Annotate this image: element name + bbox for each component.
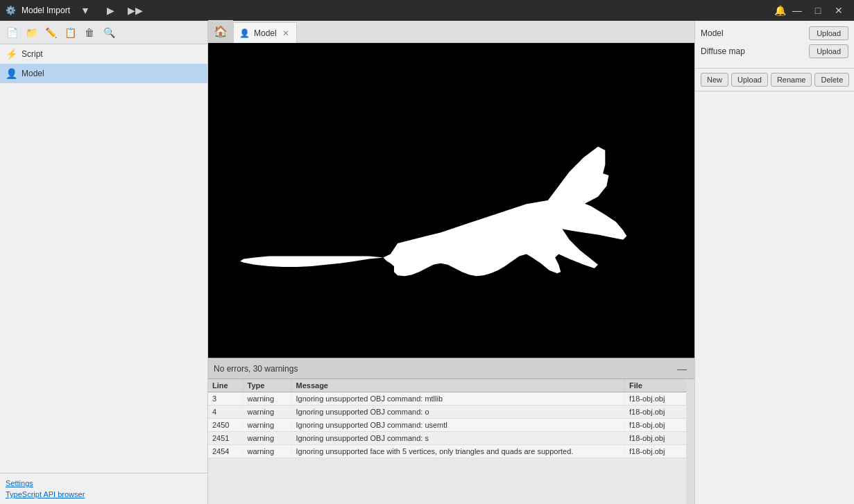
diffuse-upload-button[interactable]: Upload [809, 44, 848, 58]
model-icon: 👤 [6, 68, 17, 79]
log-title: No errors, 30 warnings [214, 364, 298, 374]
home-tab-button[interactable]: 🏠 [208, 20, 233, 42]
script-icon: ⚡ [6, 49, 17, 60]
3d-viewport[interactable] [208, 43, 694, 358]
minimize-button[interactable]: — [787, 3, 807, 17]
diffuse-map-row: Diffuse map Upload [701, 44, 848, 58]
log-table-body: 3warningIgnoring unsupported OBJ command… [208, 392, 694, 458]
title-bar-right: 🔔 — □ ✕ [774, 3, 848, 17]
rename-asset-button[interactable]: Rename [771, 73, 812, 87]
title-bar: ⚙️ Model Import ▼ ▶ ▶▶ 🔔 — □ ✕ [0, 0, 854, 21]
edit-button[interactable]: ✏️ [42, 24, 60, 42]
close-button[interactable]: ✕ [829, 3, 848, 17]
sidebar-item-script[interactable]: ⚡ Script [0, 44, 207, 64]
open-folder-button[interactable]: 📁 [22, 24, 40, 42]
col-message: Message [291, 379, 625, 392]
svg-rect-0 [219, 43, 684, 358]
log-cell-file: f18-obj.obj [625, 406, 694, 419]
log-table-header: Line Type Message File [208, 379, 694, 392]
model-section: Model Upload Diffuse map Upload [695, 21, 854, 69]
log-cell-file: f18-obj.obj [625, 432, 694, 445]
log-header-row: Line Type Message File [208, 379, 694, 392]
delete-button[interactable]: 🗑 [80, 24, 99, 42]
log-wrapper[interactable]: Line Type Message File 3warningIgnoring … [208, 379, 694, 504]
title-bar-left: ⚙️ Model Import ▼ ▶ ▶▶ [6, 3, 145, 17]
model-row: Model Upload [701, 26, 848, 40]
sidebar-footer: Settings TypeScript API browser [0, 473, 207, 504]
log-cell-type: warning [243, 419, 291, 432]
log-cell-file: f18-obj.obj [625, 445, 694, 458]
log-table-row: 2450warningIgnoring unsupported OBJ comm… [208, 419, 694, 432]
tab-model-icon: 👤 [239, 28, 250, 38]
search-button[interactable]: 🔍 [100, 24, 118, 42]
settings-link[interactable]: Settings [6, 479, 202, 487]
right-panel-toolbar: New Upload Rename Delete [695, 69, 854, 92]
log-table-row: 2454warningIgnoring unsupported face wit… [208, 445, 694, 458]
log-scrollbar[interactable] [686, 379, 694, 504]
log-cell-file: f18-obj.obj [625, 419, 694, 432]
tab-model-label: Model [254, 28, 277, 38]
sidebar-item-model[interactable]: 👤 Model [0, 64, 207, 83]
col-type: Type [243, 379, 291, 392]
tab-model[interactable]: 👤 Model ✕ [233, 22, 297, 43]
col-file: File [625, 379, 694, 392]
log-table-row: 4warningIgnoring unsupported OBJ command… [208, 406, 694, 419]
main-layout: 📄 📁 ✏️ 📋 🗑 🔍 ⚡ Script 👤 Model Settings T… [0, 21, 854, 504]
col-line: Line [208, 379, 243, 392]
log-cell-line: 2454 [208, 445, 243, 458]
log-cell-line: 2450 [208, 419, 243, 432]
log-cell-type: warning [243, 445, 291, 458]
copy-button[interactable]: 📋 [61, 24, 79, 42]
model-label: Model [701, 28, 724, 38]
content-area: 🏠 👤 Model ✕ [208, 21, 694, 504]
log-table: Line Type Message File 3warningIgnoring … [208, 379, 694, 458]
sidebar-toolbar: 📄 📁 ✏️ 📋 🗑 🔍 [0, 21, 207, 44]
log-cell-file: f18-obj.obj [625, 392, 694, 406]
sidebar: 📄 📁 ✏️ 📋 🗑 🔍 ⚡ Script 👤 Model Settings T… [0, 21, 208, 504]
typescript-api-link[interactable]: TypeScript API browser [6, 490, 202, 498]
title-bar-title: Model Import [22, 6, 70, 15]
viewport-container: No errors, 30 warnings — Line Type Messa… [208, 43, 694, 504]
viewport-svg [208, 43, 694, 358]
new-file-button[interactable]: 📄 [3, 24, 21, 42]
title-bar-icon: ⚙️ [6, 6, 16, 15]
log-cell-line: 4 [208, 406, 243, 419]
upload-asset-button[interactable]: Upload [731, 73, 768, 87]
log-cell-type: warning [243, 406, 291, 419]
log-cell-message: Ignoring unsupported face with 5 vertice… [291, 445, 625, 458]
log-cell-line: 3 [208, 392, 243, 406]
log-cell-message: Ignoring unsupported OBJ command: s [291, 432, 625, 445]
bell-icon: 🔔 [774, 5, 786, 16]
right-panel: Model Upload Diffuse map Upload New Uplo… [694, 21, 854, 504]
tab-close-button[interactable]: ✕ [281, 28, 291, 38]
log-cell-message: Ignoring unsupported OBJ command: usemtl [291, 419, 625, 432]
restore-button[interactable]: □ [808, 3, 828, 17]
log-header: No errors, 30 warnings — [208, 358, 694, 379]
log-cell-type: warning [243, 432, 291, 445]
log-table-row: 3warningIgnoring unsupported OBJ command… [208, 392, 694, 406]
log-cell-line: 2451 [208, 432, 243, 445]
back-button[interactable]: ▼ [76, 3, 95, 17]
tab-bar: 🏠 👤 Model ✕ [208, 21, 694, 43]
sidebar-item-model-label: Model [22, 69, 44, 78]
delete-asset-button[interactable]: Delete [814, 73, 849, 87]
sidebar-item-script-label: Script [22, 49, 43, 59]
log-table-row: 2451warningIgnoring unsupported OBJ comm… [208, 432, 694, 445]
log-cell-message: Ignoring unsupported OBJ command: o [291, 406, 625, 419]
log-panel: No errors, 30 warnings — Line Type Messa… [208, 358, 694, 504]
sidebar-items: ⚡ Script 👤 Model [0, 44, 207, 473]
log-minimize-button[interactable]: — [675, 362, 689, 376]
model-upload-button[interactable]: Upload [809, 26, 848, 40]
run-button[interactable]: ▶▶ [126, 3, 145, 17]
play-button[interactable]: ▶ [101, 3, 120, 17]
diffuse-map-label: Diffuse map [701, 46, 745, 56]
log-cell-message: Ignoring unsupported OBJ command: mtllib [291, 392, 625, 406]
log-cell-type: warning [243, 392, 291, 406]
new-asset-button[interactable]: New [701, 73, 728, 87]
